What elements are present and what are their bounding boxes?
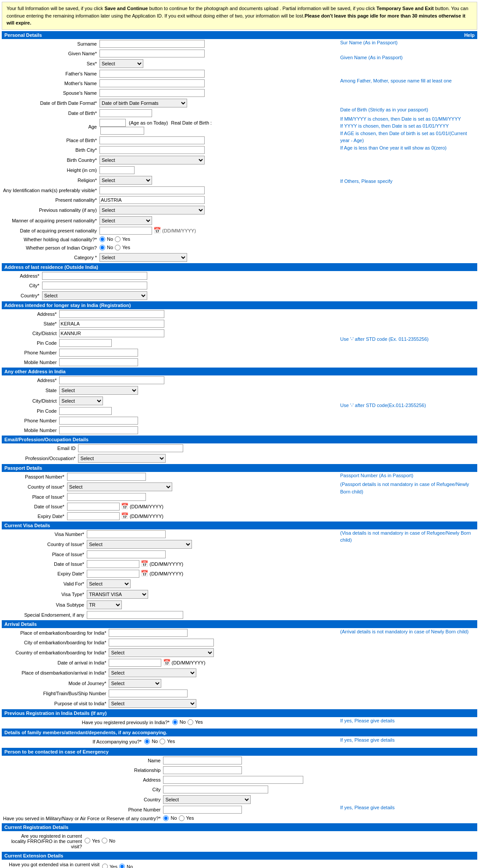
visa-date-input[interactable]: [87, 560, 139, 568]
visa-expiry-label: Expiry Date*: [2, 569, 85, 579]
emergency-address-input[interactable]: [163, 776, 303, 784]
cal-icon-passport-expiry[interactable]: 📅: [121, 512, 128, 519]
email-label: Email ID: [2, 443, 77, 453]
place-disembarkation-select[interactable]: Select: [109, 668, 196, 677]
extended-visa-yes[interactable]: [102, 864, 108, 868]
place-birth-input[interactable]: [99, 136, 205, 144]
email-input[interactable]: [78, 444, 183, 452]
date-arrival-input[interactable]: [109, 659, 161, 667]
help-family: If yes, Please give details: [340, 736, 477, 744]
accompanying-yes[interactable]: [160, 739, 165, 744]
help-arrival-note: (Arrival details is not mandatory in cas…: [340, 628, 477, 636]
mobile-other-input[interactable]: [59, 426, 138, 434]
address-last-input[interactable]: [42, 272, 147, 280]
surname-input[interactable]: [99, 40, 205, 48]
manner-acquiring-select[interactable]: Select: [99, 216, 152, 225]
address-india-header: Address intended for longer stay in Indi…: [2, 301, 477, 309]
frro-registered-no[interactable]: [102, 838, 107, 843]
visa-country-select[interactable]: Select: [87, 540, 192, 549]
prev-registered-yes[interactable]: [188, 719, 193, 725]
accompanying-no[interactable]: [144, 739, 150, 744]
state-india-input[interactable]: [59, 320, 164, 328]
mothers-name-input[interactable]: [99, 79, 205, 87]
birth-city-input[interactable]: [99, 146, 205, 154]
purpose-visit-select[interactable]: Select: [109, 699, 196, 708]
previous-nationality-label: Previous nationality (if any): [2, 205, 98, 215]
cal-icon-passport[interactable]: 📅: [121, 503, 128, 510]
fathers-name-label: Father's Name: [2, 69, 98, 79]
cal-icon-visa[interactable]: 📅: [141, 560, 148, 567]
passport-details-header: Passport Details: [2, 464, 477, 472]
city-district-india-input[interactable]: [59, 329, 164, 337]
special-endorsement-input[interactable]: [87, 611, 183, 619]
flight-number-input[interactable]: [109, 689, 188, 697]
city-embarkation-input[interactable]: [109, 639, 214, 647]
visa-number-input[interactable]: [87, 530, 166, 538]
indian-origin-yes[interactable]: [115, 245, 121, 250]
profession-select[interactable]: Select: [78, 454, 166, 463]
frro-registered-label: Are you registered in current locality F…: [4, 832, 83, 850]
mode-journey-select[interactable]: Select: [109, 679, 161, 688]
spouses-name-input[interactable]: [99, 89, 205, 97]
visa-date-label: Date of Issue*: [2, 559, 85, 569]
mobile-india-input[interactable]: [59, 358, 138, 366]
sex-select[interactable]: Select Male Female Transgender: [99, 59, 143, 68]
prev-registration-header: Previous Registration in India Details (…: [2, 709, 477, 717]
phone-india-input[interactable]: [59, 349, 138, 357]
dob-format-label: Date of Birth Date Format*: [2, 98, 98, 108]
age-input[interactable]: [99, 119, 126, 127]
height-input[interactable]: [99, 166, 135, 174]
passport-date-input[interactable]: [67, 503, 120, 511]
place-embarkation-input[interactable]: [109, 629, 188, 637]
calendar-icon-1[interactable]: 📅: [153, 227, 161, 234]
pin-code-india-input[interactable]: [59, 339, 112, 347]
visa-subtype-select[interactable]: TR: [87, 600, 122, 609]
visa-place-label: Place of Issue*: [2, 550, 85, 559]
frro-registered-yes[interactable]: [85, 838, 90, 843]
birth-country-select[interactable]: Select: [99, 156, 205, 164]
visa-expiry-input[interactable]: [87, 570, 139, 578]
dual-nationality-yes[interactable]: [115, 236, 121, 242]
fathers-name-input[interactable]: [99, 70, 205, 78]
help-visa-note: (Visa details is not mandatory in case o…: [340, 529, 477, 544]
cal-icon-visa-expiry[interactable]: 📅: [141, 570, 148, 577]
religion-select[interactable]: Select Hindu Muslim Christian Sikh Buddh…: [99, 176, 152, 185]
given-name-input[interactable]: [99, 50, 205, 57]
identification-input[interactable]: [99, 186, 205, 194]
present-nationality-input[interactable]: [99, 196, 205, 204]
dob-input[interactable]: [99, 109, 152, 117]
passport-place-input[interactable]: [67, 493, 146, 501]
city-district-other-select[interactable]: Select: [59, 396, 103, 405]
pin-code-other-input[interactable]: [59, 407, 112, 415]
category-select[interactable]: Select: [99, 253, 187, 262]
state-other-select[interactable]: Select: [59, 386, 138, 395]
country-embarkation-select[interactable]: Select: [109, 648, 214, 657]
relationship-input[interactable]: [163, 766, 242, 774]
passport-number-input[interactable]: [67, 473, 146, 481]
military-yes[interactable]: [179, 815, 185, 821]
passport-expiry-input[interactable]: [67, 512, 120, 520]
valid-for-select[interactable]: Select: [87, 579, 131, 588]
extended-visa-no[interactable]: [119, 864, 125, 868]
dual-nationality-no[interactable]: [99, 236, 105, 242]
military-no[interactable]: [163, 815, 169, 821]
city-last-input[interactable]: [42, 282, 147, 289]
phone-other-input[interactable]: [59, 417, 138, 425]
emergency-phone-input[interactable]: [163, 806, 242, 814]
emergency-city-input[interactable]: [163, 786, 268, 793]
address-other-input[interactable]: [59, 376, 164, 384]
emergency-name-input[interactable]: [163, 757, 242, 764]
cal-icon-arrival[interactable]: 📅: [163, 659, 170, 666]
prev-registered-no[interactable]: [172, 719, 178, 725]
visa-place-input[interactable]: [87, 550, 166, 558]
country-last-select[interactable]: Select: [42, 291, 147, 300]
date-acquiring-input[interactable]: [99, 227, 152, 235]
address-india-input[interactable]: [59, 310, 164, 318]
passport-country-select[interactable]: Select: [67, 482, 172, 491]
visa-type-select[interactable]: TRANSIT VISA: [87, 590, 148, 599]
real-dob-input[interactable]: [100, 127, 144, 135]
indian-origin-no[interactable]: [99, 245, 105, 250]
dob-format-select[interactable]: Date of birth Date Formats DD/MM/YYYY MM…: [99, 99, 187, 107]
previous-nationality-select[interactable]: Select: [99, 206, 205, 214]
emergency-country-select[interactable]: Select: [163, 795, 251, 804]
